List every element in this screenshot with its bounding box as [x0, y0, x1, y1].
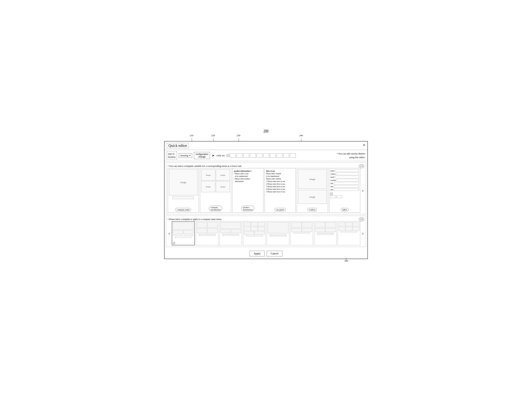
card-gallery[interactable]: image image Gallery [297, 168, 328, 213]
page-indicator-lower: 1/2 [359, 217, 364, 221]
color-swatch-4[interactable] [250, 154, 256, 158]
card-label-company-name: company name [176, 208, 191, 211]
color-set-area: ✓ [227, 154, 296, 158]
qa-checkbox[interactable]: ✓ [331, 193, 333, 195]
template-nav-right[interactable]: › [361, 188, 364, 193]
color-checkbox[interactable]: ✓ [227, 154, 229, 157]
main-dialog: Quick editor × type ofbusiness cleaning … [164, 141, 368, 259]
lower-card-3[interactable] [220, 221, 242, 245]
dialog-footer: Apply Cancel [165, 249, 367, 259]
card-label-company-intro: companyintroduction [209, 206, 222, 211]
use-guide-text: How to use Please enter content to be em… [266, 169, 294, 193]
upper-section-hint: • You can select a template suitable for… [168, 165, 242, 167]
card-use-guide[interactable]: How to use Please enter content to be em… [264, 168, 296, 213]
card-label-use-guide: use guide [274, 208, 286, 211]
color-swatch-1[interactable] [230, 154, 236, 158]
qa-label-contact: contact [331, 173, 336, 175]
apply-button[interactable]: Apply [250, 251, 264, 256]
lower-card-2[interactable] [196, 221, 218, 245]
qa-input-title1[interactable] [334, 182, 359, 185]
ci-img-3: image [201, 181, 215, 192]
outer-wrapper: 200 210 220 230 240 Quick editor × type … [164, 129, 368, 265]
template-section: 1/1 • You can select a template suitable… [166, 163, 366, 214]
qa-label-weather: weather [331, 179, 336, 181]
card-label-gallery: Gallery [308, 208, 317, 211]
company-name-image: image [169, 169, 197, 195]
ref-230: 230 [237, 134, 240, 137]
dropdown-value: cleaning [180, 154, 188, 157]
arrow-right-icon: ➤ [212, 154, 215, 158]
ci-img-4: image [216, 181, 230, 192]
color-swatch-9[interactable] [283, 154, 289, 158]
lower-card-7[interactable] [314, 221, 337, 245]
dropdown-arrow-icon: ▼ [189, 154, 191, 156]
card-qa[interactable]: naem contact email weather title title t… [329, 168, 360, 213]
qa-btn-1[interactable] [331, 196, 336, 198]
color-swatch-6[interactable] [263, 154, 269, 158]
color-swatch-10[interactable] [290, 154, 296, 158]
color-swatch-5[interactable] [257, 154, 263, 158]
card-product-information[interactable]: product information 1 • Please enter a t… [232, 168, 263, 213]
product-info-text: product information 1 • Please enter a t… [234, 169, 262, 183]
ref-220: 220 [211, 134, 215, 137]
color-swatch-3[interactable] [243, 154, 249, 158]
dialog-title: Quick editor [167, 143, 189, 148]
ref-210: 210 [190, 134, 193, 137]
config-change-button[interactable]: configurationchange [194, 152, 210, 159]
ref-250: 250 [345, 259, 348, 262]
qa-fields: naem contact email weather title title t… [331, 169, 359, 198]
lower-section: 1/2 • Please select a template to apply … [166, 216, 366, 247]
qa-buttons [331, 196, 359, 198]
lower-card-8[interactable] [338, 221, 360, 245]
card-label-product-info: productinformation [241, 206, 254, 211]
qa-label-email: email [331, 176, 335, 178]
lower-card-5[interactable] [267, 221, 289, 245]
gallery-img-1: image [298, 169, 326, 189]
ci-img-2: image [216, 169, 230, 181]
qa-input-title2[interactable] [334, 185, 359, 188]
toolbar-hint: • You can add various themesusing this e… [337, 152, 365, 159]
page-indicator-upper: 1/1 [359, 164, 364, 168]
qa-input-name[interactable] [335, 169, 359, 172]
color-set-label: color set [216, 154, 225, 157]
dialog-header: Quick editor × [165, 141, 367, 150]
qa-input-title3[interactable] [334, 188, 359, 191]
color-swatch-2[interactable] [237, 154, 243, 158]
type-of-business-label: type ofbusiness [168, 153, 176, 158]
card-label-qa: Q&A [341, 208, 349, 211]
close-button[interactable]: × [363, 143, 365, 147]
card-company-name[interactable]: image company name [168, 168, 199, 213]
qa-input-contact[interactable] [336, 173, 359, 175]
lower-nav-right[interactable]: › [361, 231, 364, 236]
qa-label-title3: title [331, 189, 333, 191]
type-of-business-box: type ofbusiness [167, 151, 177, 160]
qa-label-title2: title [331, 186, 333, 187]
lower-card-4[interactable] [243, 221, 266, 245]
lower-hint: • Please select a template to apply to a… [168, 218, 222, 221]
qa-label-name: naem [331, 170, 335, 172]
template-cards: image company name image image image ima… [168, 168, 364, 213]
ref-240: 240 [299, 134, 303, 137]
ci-img-1: image [201, 169, 215, 181]
lower-card-1-check: ✓ [173, 242, 175, 244]
cancel-button[interactable]: Cancel [267, 251, 282, 256]
color-swatch-8[interactable] [277, 154, 283, 158]
company-name-bar [172, 197, 194, 199]
color-swatch-7[interactable] [270, 154, 276, 158]
qa-label-title1: title [331, 182, 333, 184]
lower-nav-left[interactable]: ‹ [168, 231, 171, 236]
diagram-title: 200 [164, 129, 368, 133]
lower-cards-row: ‹ ✓ [168, 221, 364, 245]
card-company-introduction[interactable]: image image image image companyintroduct… [200, 168, 231, 213]
lower-card-1[interactable]: ✓ [172, 221, 195, 245]
lower-card-6[interactable] [290, 221, 313, 245]
toolbar-hint-text: • You can add various themesusing this e… [337, 152, 365, 159]
qa-input-email[interactable] [335, 176, 359, 178]
gallery-img-2: image [298, 190, 326, 204]
cleaning-dropdown[interactable]: cleaning ▼ [179, 153, 192, 158]
qa-btn-2[interactable] [337, 196, 342, 198]
qa-input-weather[interactable] [337, 179, 359, 181]
company-intro-images: image image image image [201, 169, 230, 192]
toolbar-row: type ofbusiness cleaning ▼ configuration… [165, 150, 367, 161]
